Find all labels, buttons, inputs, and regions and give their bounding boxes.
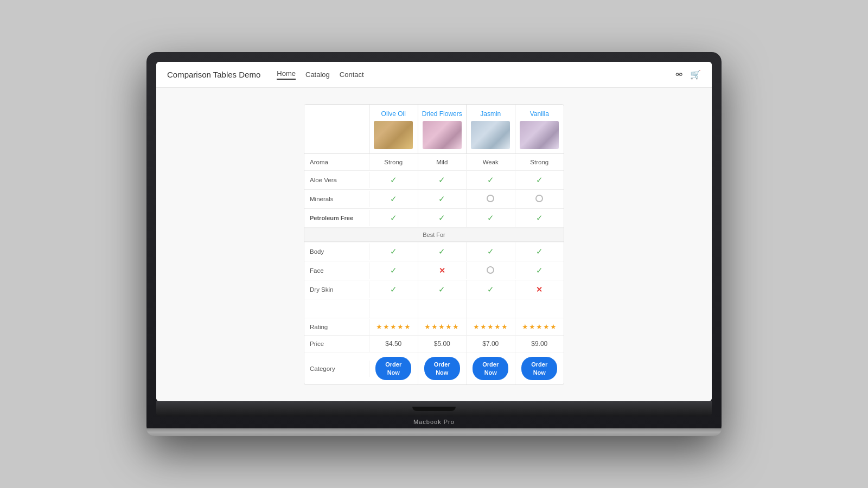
laptop-label: Macbook Pro [156,416,712,428]
spacer-cell [515,299,564,318]
row-aloe-vera: Aloe Vera ✓ ✓ ✓ ✓ [304,171,564,190]
cell-price-dried: $5.00 [418,336,467,352]
search-icon[interactable]: ⚮ [675,69,682,80]
nav-home[interactable]: Home [277,69,296,80]
cell-price-jasmin: $7.00 [467,336,515,352]
order-button-jasmin[interactable]: Order Now [473,357,508,380]
cell-face-vanilla: ✓ [515,261,564,280]
check-icon: ✓ [487,175,494,184]
check-icon: ✓ [536,175,543,184]
product-image-jasmin [471,121,510,149]
cell-minerals-dried: ✓ [418,190,467,208]
cell-petrol-olive: ✓ [369,209,418,227]
product-name-olive: Olive Oil [373,110,414,118]
cell-order-olive: Order Now [369,352,418,384]
cell-body-dried: ✓ [418,242,467,261]
label-price: Price [304,336,369,352]
check-icon: ✓ [438,213,445,222]
stars-icon: ★★★★★ [522,323,557,331]
cell-dryskin-dried: ✓ [418,280,467,299]
header-empty [304,105,369,153]
check-icon: ✓ [390,194,397,203]
check-icon: ✓ [487,247,494,256]
row-dry-skin: Dry Skin ✓ ✓ ✓ ✕ [304,280,564,299]
nav-left: Comparison Tables Demo Home Catalog Cont… [167,69,364,80]
product-name-dried: Dried Flowers [422,110,463,118]
label-category: Category [304,361,369,377]
product-image-dried [423,121,462,149]
nav-contact[interactable]: Contact [340,70,364,79]
product-image-olive [374,121,413,149]
nav-catalog[interactable]: Catalog [305,70,330,79]
cell-price-olive: $4.50 [369,336,418,352]
stars-icon: ★★★★★ [376,323,411,331]
check-icon: ✓ [487,213,494,222]
row-minerals: Minerals ✓ ✓ [304,190,564,209]
comparison-table: Olive Oil Dried Flowers Jasmin Vanilla [304,104,564,385]
cell-aroma-jasmin: Weak [467,155,515,170]
check-icon: ✓ [536,247,543,256]
row-price: Price $4.50 $5.00 $7.00 $9.00 [304,336,564,352]
cross-icon: ✕ [536,285,542,294]
cell-price-vanilla: $9.00 [515,336,564,352]
check-icon: ✓ [390,247,397,256]
row-face: Face ✓ ✕ ✓ [304,261,564,280]
header-olive-oil: Olive Oil [369,105,418,153]
cell-order-jasmin: Order Now [467,352,515,384]
cell-face-jasmin [467,262,515,279]
label-minerals: Minerals [304,191,369,207]
label-rating: Rating [304,319,369,335]
laptop-frame: Comparison Tables Demo Home Catalog Cont… [146,52,722,436]
cell-aroma-dried: Mild [418,155,467,170]
cell-dryskin-vanilla: ✕ [515,281,564,298]
cell-rating-vanilla: ★★★★★ [515,318,564,335]
cell-body-jasmin: ✓ [467,242,515,261]
cell-order-vanilla: Order Now [515,352,564,384]
cell-minerals-vanilla [515,190,564,208]
laptop-screen: Comparison Tables Demo Home Catalog Cont… [156,62,712,401]
check-icon: ✓ [438,285,445,294]
header-dried-flowers: Dried Flowers [418,105,467,153]
cell-aloe-vanilla: ✓ [515,171,564,189]
check-icon: ✓ [390,213,397,222]
cell-face-dried: ✕ [418,262,467,279]
circle-icon [535,195,543,202]
check-icon: ✓ [390,266,397,275]
nav-icons: ⚮ 🛒 [675,69,701,80]
label-face: Face [304,262,369,279]
cell-aroma-olive: Strong [369,155,418,170]
label-aroma: Aroma [304,154,369,170]
site-title: Comparison Tables Demo [167,70,260,79]
cross-icon: ✕ [439,266,445,275]
check-icon: ✓ [390,285,397,294]
cell-order-dried: Order Now [418,352,467,384]
navigation-bar: Comparison Tables Demo Home Catalog Cont… [156,62,712,88]
product-image-vanilla [520,121,559,149]
row-rating: Rating ★★★★★ ★★★★★ ★★★★★ ★★★★★ [304,318,564,336]
laptop-base [156,401,712,416]
spacer-cell [304,299,369,318]
cell-petrol-dried: ✓ [418,209,467,227]
cell-aloe-olive: ✓ [369,171,418,189]
check-icon: ✓ [438,175,445,184]
section-best-for: Best For [304,228,564,242]
product-name-vanilla: Vanilla [519,110,561,118]
order-button-olive[interactable]: Order Now [375,357,411,380]
cell-body-vanilla: ✓ [515,242,564,261]
cell-rating-dried: ★★★★★ [418,318,467,335]
section-label-best-for: Best For [304,228,564,242]
label-body: Body [304,243,369,260]
header-vanilla: Vanilla [515,105,564,153]
cell-aloe-jasmin: ✓ [467,171,515,189]
cell-rating-jasmin: ★★★★★ [467,318,515,335]
spacer-cell [369,299,418,318]
stars-icon: ★★★★★ [424,323,459,331]
laptop-notch [412,407,456,411]
order-button-vanilla[interactable]: Order Now [521,357,557,380]
circle-icon [487,195,494,202]
cell-dryskin-olive: ✓ [369,280,418,299]
cart-icon[interactable]: 🛒 [690,69,701,80]
order-button-dried[interactable]: Order Now [424,357,460,380]
check-icon: ✓ [438,247,445,256]
row-body: Body ✓ ✓ ✓ ✓ [304,242,564,261]
